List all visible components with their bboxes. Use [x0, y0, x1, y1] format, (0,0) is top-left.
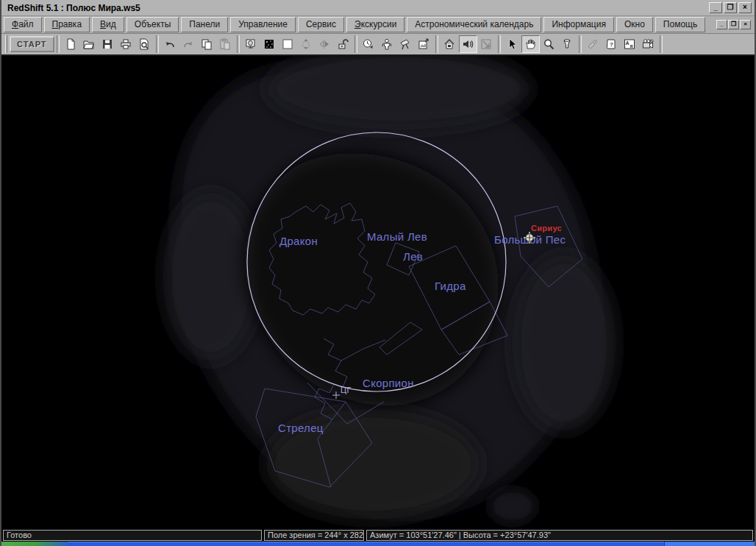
- toolbar-separator: [57, 35, 60, 53]
- maximize-button[interactable]: ❐: [724, 2, 737, 13]
- new-document-icon: [65, 38, 76, 50]
- flip-view-icon: [318, 38, 330, 50]
- mdi-restore-button[interactable]: ❐: [728, 20, 739, 29]
- menu-file[interactable]: Файл: [4, 17, 42, 32]
- zoom-button[interactable]: [540, 35, 558, 53]
- open-file-button[interactable]: [80, 35, 99, 53]
- menu-edit[interactable]: Правка: [44, 17, 90, 32]
- undo-icon: [164, 38, 176, 50]
- time-control-icon: [363, 38, 374, 50]
- time-control-button[interactable]: [360, 35, 378, 53]
- mdi-minimize-button[interactable]: _: [716, 20, 727, 29]
- pan-hand-icon: [524, 38, 536, 50]
- sound-button[interactable]: [459, 35, 477, 53]
- star-map-canvas[interactable]: [1, 56, 755, 529]
- constellation-label-scorpius[interactable]: Скорпион: [363, 377, 414, 389]
- toolbar-separator: [156, 35, 159, 53]
- start-button[interactable]: СТАРТ: [10, 36, 54, 52]
- status-field-of-view: Поле зрения = 244° x 282°: [264, 530, 364, 541]
- rotate-view-icon: [300, 38, 312, 50]
- select-cursor-icon: [506, 38, 518, 50]
- home-position-button[interactable]: [441, 35, 459, 53]
- sky-settings-icon: [263, 38, 275, 50]
- open-file-icon: [83, 38, 95, 50]
- print-preview-button[interactable]: [135, 35, 154, 53]
- display-mode-button[interactable]: [242, 35, 260, 53]
- constellation-label-leo[interactable]: Лев: [403, 250, 423, 263]
- help-book-icon: ?: [605, 38, 617, 50]
- camera-icon: [642, 38, 654, 50]
- windows-taskbar[interactable]: [1, 542, 755, 546]
- export-image-icon: [418, 38, 429, 50]
- undo-button[interactable]: [161, 35, 179, 53]
- constellation-label-leo-minor[interactable]: Малый Лев: [367, 230, 427, 243]
- select-cursor-button[interactable]: [503, 35, 521, 53]
- constellation-label-hydra[interactable]: Гидра: [435, 280, 466, 292]
- galactic-center-label[interactable]: ЦГ: [340, 386, 352, 394]
- field-cone-icon: [561, 38, 573, 50]
- observer-button[interactable]: [378, 35, 396, 53]
- save-icon: [101, 38, 113, 50]
- save-button[interactable]: [99, 35, 117, 53]
- copy-button[interactable]: [198, 35, 216, 53]
- print-button[interactable]: [117, 35, 135, 53]
- flashlight-icon: [587, 38, 599, 50]
- star-label-sirius[interactable]: Сириус: [531, 224, 562, 233]
- redo-button[interactable]: [179, 35, 198, 53]
- display-mode-icon: [245, 38, 257, 50]
- export-image-button[interactable]: [415, 35, 433, 53]
- menu-objects[interactable]: Объекты: [126, 17, 179, 32]
- pointer-export-button[interactable]: [477, 35, 496, 53]
- close-button[interactable]: ×: [738, 2, 752, 13]
- help-book-button[interactable]: ?: [602, 35, 621, 53]
- constellation-label-draco[interactable]: Дракон: [279, 235, 318, 247]
- translate-button[interactable]: Ая: [621, 35, 639, 53]
- telescope-button[interactable]: [396, 35, 415, 53]
- svg-text:?: ?: [610, 41, 613, 48]
- lock-button[interactable]: [334, 35, 352, 53]
- toolbar-separator: [579, 35, 582, 53]
- panel-icon: [282, 38, 293, 50]
- window-title: RedShift 5.1 : Полюс Мира.ws5: [7, 3, 709, 13]
- menu-control[interactable]: Управление: [230, 17, 296, 32]
- menu-panels[interactable]: Панели: [181, 17, 228, 32]
- redo-icon: [182, 38, 194, 50]
- menu-help[interactable]: Помощь: [655, 17, 705, 32]
- toolbar-separator: [660, 35, 663, 53]
- menu-astro-calendar[interactable]: Астрономический календарь: [407, 17, 541, 32]
- menu-bar: Файл Правка Вид Объекты Панели Управлени…: [1, 16, 755, 34]
- constellation-label-sagittarius[interactable]: Стрелец: [278, 422, 324, 434]
- taskbar-start-button[interactable]: [1, 542, 68, 546]
- app-window: RedShift 5.1 : Полюс Мира.ws5 _ ❐ × Файл…: [0, 0, 756, 546]
- mdi-close-button[interactable]: ×: [740, 20, 751, 29]
- toolbar-separator: [435, 35, 438, 53]
- title-bar: RedShift 5.1 : Полюс Мира.ws5 _ ❐ ×: [1, 0, 755, 16]
- taskbar-strip[interactable]: [68, 542, 664, 546]
- minimize-button[interactable]: _: [709, 2, 722, 13]
- menu-information[interactable]: Информация: [543, 17, 613, 32]
- observer-icon: [381, 38, 393, 50]
- rotate-view-button[interactable]: [297, 35, 315, 53]
- paste-button[interactable]: [216, 35, 235, 53]
- sky-settings-button[interactable]: [260, 35, 279, 53]
- menu-service[interactable]: Сервис: [298, 17, 344, 32]
- lock-icon: [337, 38, 349, 50]
- pan-hand-button[interactable]: [521, 35, 540, 53]
- menu-excursions[interactable]: Экскурсии: [346, 17, 404, 32]
- menu-window[interactable]: Окно: [616, 17, 653, 32]
- new-document-button[interactable]: [62, 35, 80, 53]
- star-map[interactable]: Дракон Малый Лев Лев Гидра Большой Пес С…: [1, 56, 755, 529]
- status-ready: Готово: [3, 530, 262, 541]
- camera-button[interactable]: [639, 35, 657, 53]
- telescope-icon: [399, 38, 411, 50]
- flip-view-button[interactable]: [315, 35, 334, 53]
- sirius-marker-icon[interactable]: [524, 232, 535, 244]
- toolbar-grip: [5, 35, 7, 53]
- translate-icon: Ая: [624, 38, 635, 50]
- field-cone-button[interactable]: [558, 35, 577, 53]
- copy-icon: [201, 38, 213, 50]
- flashlight-button[interactable]: [584, 35, 602, 53]
- menu-view[interactable]: Вид: [92, 17, 124, 32]
- taskbar-tray[interactable]: [664, 542, 755, 546]
- panel-button[interactable]: [279, 35, 297, 53]
